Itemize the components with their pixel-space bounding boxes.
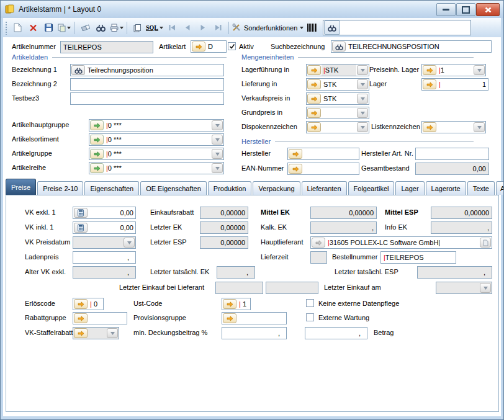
tab-preise[interactable]: Preise	[6, 179, 36, 195]
provisionsgruppe-field[interactable]	[222, 312, 287, 324]
listkz-dropdown-button[interactable]	[474, 122, 485, 132]
previous-record-button[interactable]	[180, 20, 194, 35]
lager-lookup-button[interactable]	[423, 79, 436, 89]
hauptlieferant-field[interactable]: |31605 POLLEX-LC Software GmbH|	[310, 236, 492, 249]
provisionsgruppe-lookup-button[interactable]	[223, 313, 236, 323]
lieferung-lookup-button[interactable]	[307, 79, 321, 89]
testbez3-field[interactable]	[70, 92, 224, 105]
artikelreihe-goto-button[interactable]	[90, 163, 104, 173]
artikelgruppe-field[interactable]: |0 ***	[89, 148, 224, 160]
tab-produktion[interactable]: Produktion	[208, 181, 252, 195]
tab-folgeartikel[interactable]: Folgeartikel	[348, 181, 395, 195]
barcode-button[interactable]	[305, 20, 319, 35]
vk-preisdatum-dropdown-button[interactable]	[124, 238, 135, 248]
hersteller-artnr-field[interactable]	[415, 148, 489, 160]
tab-oe-eigenschaften[interactable]: OE Eigenschaften	[140, 181, 207, 195]
min-deckungsbeitrag-field[interactable]: ,	[222, 327, 287, 339]
dispo-dropdown-button[interactable]	[357, 122, 368, 132]
vk-exkl-calculator-button[interactable]	[74, 208, 88, 218]
last-record-button[interactable]	[211, 20, 225, 35]
tab-lagerorte[interactable]: Lagerorte	[426, 181, 466, 195]
bezeichnung2-field[interactable]	[70, 78, 224, 91]
artikelnummer-field[interactable]: TEILREPOS	[60, 41, 153, 53]
bezeichnung1-search-button[interactable]	[71, 65, 85, 75]
vk-staffelrabatt-field[interactable]	[73, 327, 119, 339]
listkennzeichen-field[interactable]	[421, 121, 486, 133]
tab-texte[interactable]: Texte	[467, 181, 495, 195]
artikelsortiment-field[interactable]: |0 ***	[89, 133, 224, 146]
sonderfunktionen-dropdown-icon[interactable]	[300, 27, 304, 29]
ust-code-field[interactable]: | 1	[222, 298, 251, 310]
copy-button[interactable]	[57, 20, 71, 35]
clear-button[interactable]	[78, 20, 92, 35]
grundpreis-field[interactable]	[306, 107, 369, 119]
artikelsortiment-dropdown-button[interactable]	[212, 135, 223, 145]
keine-externe-datenpflege-checkbox[interactable]	[306, 299, 314, 307]
search-button[interactable]	[94, 20, 108, 35]
tab-eigenschaften[interactable]: Eigenschaften	[84, 181, 139, 195]
artikelsortiment-goto-button[interactable]	[90, 135, 104, 145]
tab-lieferanten[interactable]: Lieferanten	[302, 181, 347, 195]
lieferung-dropdown-button[interactable]	[357, 79, 368, 89]
lieferung-field[interactable]: STK	[306, 78, 369, 91]
dispo-lookup-button[interactable]	[307, 122, 321, 132]
verkaufspreis-field[interactable]: STK	[306, 92, 369, 105]
lagerfuehrung-field[interactable]: |STK	[306, 64, 369, 76]
vk-exkl-field[interactable]: 0,00	[73, 207, 136, 219]
artikelhauptgruppe-field[interactable]: |0 ***	[89, 119, 224, 132]
aktiv-checkbox[interactable]	[228, 42, 236, 50]
grundpreis-dropdown-button[interactable]	[357, 108, 368, 118]
ean-nummer-field[interactable]	[287, 163, 359, 175]
sql-dropdown-icon[interactable]	[160, 27, 163, 29]
quick-search-button[interactable]	[324, 20, 340, 35]
artikelhauptgruppe-dropdown-button[interactable]	[212, 120, 223, 130]
preiseinh-dropdown-button[interactable]	[474, 65, 485, 75]
lieferzeit-field[interactable]	[310, 251, 327, 264]
next-record-button[interactable]	[196, 20, 210, 35]
first-record-button[interactable]	[164, 20, 179, 35]
sonderfunktionen-button[interactable]: Sonderfunktionen	[232, 20, 304, 35]
hersteller-lookup-button[interactable]	[289, 149, 302, 159]
artikelart-field[interactable]: D	[191, 40, 227, 53]
ean-lookup-button[interactable]	[289, 164, 302, 174]
vk-preisdatum-field[interactable]	[73, 236, 136, 249]
lagerfuehrung-dropdown-button[interactable]	[357, 65, 368, 75]
save-button[interactable]	[42, 20, 56, 35]
restore-button[interactable]	[456, 3, 475, 16]
delete-button[interactable]	[26, 20, 40, 35]
tab-verpackung[interactable]: Verpackung	[253, 181, 300, 195]
lager-field[interactable]: | 1	[421, 78, 488, 91]
artikelart-lookup-button[interactable]	[192, 42, 205, 51]
ladenpreis-field[interactable]: ,	[73, 251, 136, 264]
artikelreihe-field[interactable]: |0 ***	[89, 162, 224, 174]
erloescode-field[interactable]: | 0	[73, 298, 104, 310]
artikelhauptgruppe-goto-button[interactable]	[90, 120, 104, 130]
close-button[interactable]	[476, 3, 500, 16]
sql-button[interactable]: SQL	[146, 20, 163, 35]
grundpreis-lookup-button[interactable]	[307, 108, 321, 118]
verkaufspreis-dropdown-button[interactable]	[357, 94, 368, 104]
vk-staffelrabatt-dropdown-button[interactable]	[107, 328, 118, 338]
erloescode-lookup-button[interactable]	[74, 299, 88, 309]
tab-preise-2-10[interactable]: Preise 2-10	[37, 181, 83, 195]
copy-dropdown-icon[interactable]	[67, 27, 71, 29]
rabattgruppe-field[interactable]	[73, 312, 127, 324]
tab-lager[interactable]: Lager	[395, 181, 424, 195]
artikelgruppe-goto-button[interactable]	[90, 149, 104, 159]
print-dropdown-icon[interactable]	[120, 27, 124, 29]
tab-truncated[interactable]: A	[496, 181, 504, 195]
letzter-einkauf-am-field[interactable]	[436, 282, 492, 294]
print-button[interactable]	[109, 20, 124, 35]
externe-wartung-checkbox[interactable]	[306, 313, 314, 321]
listkz-lookup-button[interactable]	[423, 122, 436, 132]
artikelgruppe-dropdown-button[interactable]	[212, 149, 223, 159]
quick-search-input[interactable]	[341, 21, 470, 34]
minimize-button[interactable]	[436, 3, 456, 16]
hauptlieferant-document-button[interactable]	[480, 238, 491, 248]
vk-inkl-calculator-button[interactable]	[74, 223, 88, 233]
pages-button[interactable]	[130, 20, 145, 35]
bestellnummer-field[interactable]: |TEILREPOS	[380, 251, 456, 264]
lagerfuehrung-lookup-button[interactable]	[307, 65, 321, 75]
verkaufspreis-lookup-button[interactable]	[307, 94, 321, 104]
hauptlieferant-goto-button[interactable]	[312, 238, 325, 248]
